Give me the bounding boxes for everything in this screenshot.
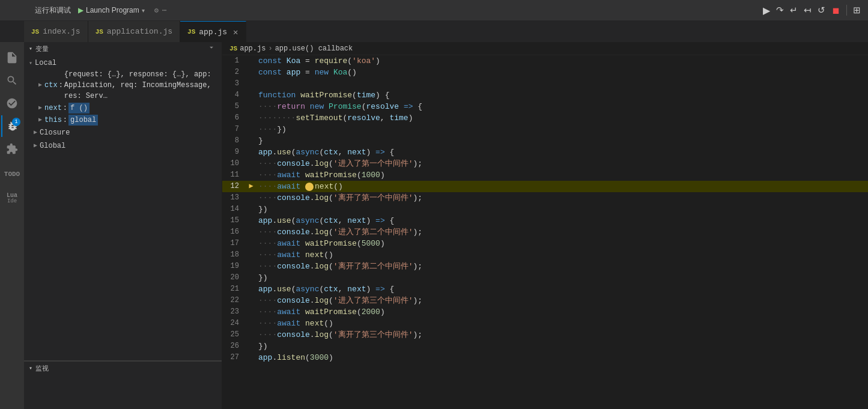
line-content: ····await next() bbox=[256, 249, 868, 261]
line-content: ····console.log('离开了第一个中间件'); bbox=[256, 192, 868, 204]
expand-icon: ▶ bbox=[38, 103, 42, 114]
restart-button[interactable]: ↺ bbox=[815, 4, 828, 17]
line-number: 13 bbox=[222, 192, 246, 204]
activity-debug-icon[interactable]: 1 bbox=[1, 115, 23, 137]
close-tab-icon[interactable]: ✕ bbox=[233, 27, 238, 37]
watch-header[interactable]: ▾ 监视 bbox=[24, 362, 222, 375]
code-line: 15 app.use(async(ctx, next) => { bbox=[222, 215, 868, 226]
var-name: ctx bbox=[44, 80, 58, 91]
watch-section: ▾ 监视 bbox=[24, 361, 222, 409]
local-group-header[interactable]: ▾ Local bbox=[24, 58, 222, 68]
line-number: 5 bbox=[222, 101, 246, 112]
code-line: 17 ····await waitPromise(5000) bbox=[222, 238, 868, 249]
code-line: 10 ····console.log('进入了第一个中间件'); bbox=[222, 158, 868, 169]
layout-icon[interactable]: ⊞ bbox=[851, 4, 863, 17]
code-line-active: 12 ▶ ····await next() bbox=[222, 181, 868, 192]
expand-icon: ▶ bbox=[34, 127, 37, 138]
activity-todo-icon[interactable]: TODO bbox=[1, 163, 23, 185]
activity-extensions-icon[interactable] bbox=[1, 138, 23, 160]
line-content: ····await waitPromise(2000) bbox=[256, 306, 868, 318]
line-content: ····}) bbox=[256, 124, 868, 135]
code-line: 27 app.listen(3000) bbox=[222, 352, 868, 363]
line-number: 26 bbox=[222, 341, 246, 352]
debug-panel: ▾ 变量 ▾ Local bbox=[24, 42, 222, 409]
breadcrumb: JS app.js › app.use() callback bbox=[222, 42, 868, 55]
activity-lua-icon[interactable]: Lua Ide bbox=[1, 187, 23, 209]
code-line: 4 function waitPromise(time) { bbox=[222, 89, 868, 101]
tab-bar: JS index.js JS application.js JS app.js … bbox=[0, 21, 868, 42]
code-line: 14 }) bbox=[222, 204, 868, 215]
line-content: }) bbox=[256, 272, 868, 283]
line-number: 18 bbox=[222, 249, 246, 261]
code-line: 2 const app = new Koa() bbox=[222, 67, 868, 78]
line-content: app.listen(3000) bbox=[256, 352, 868, 363]
line-content: }) bbox=[256, 341, 868, 352]
code-line: 18 ····await next() bbox=[222, 249, 868, 261]
more-icon[interactable]: ⋯ bbox=[162, 6, 166, 15]
code-line: 3 bbox=[222, 78, 868, 89]
line-number: 3 bbox=[222, 78, 246, 89]
var-value-highlight: global bbox=[68, 115, 98, 126]
tab-application-js[interactable]: JS application.js bbox=[88, 21, 180, 42]
tab-app-js[interactable]: JS app.js ✕ bbox=[180, 21, 246, 42]
continue-button[interactable]: ▶ bbox=[760, 4, 772, 17]
local-label: Local bbox=[35, 59, 56, 67]
js-icon: JS bbox=[229, 45, 237, 52]
variables-section-header[interactable]: ▾ 变量 bbox=[24, 42, 222, 55]
global-label: Global bbox=[40, 141, 65, 151]
code-line: 16 ····console.log('进入了第二个中间件'); bbox=[222, 226, 868, 238]
var-ctx-item[interactable]: ▶ ctx : {request: {…}, response: {…}, ap… bbox=[24, 68, 222, 102]
line-content: app.use(async(ctx, next) => { bbox=[256, 283, 868, 295]
expand-icon: ▶ bbox=[38, 80, 42, 91]
step-out-button[interactable]: ↤ bbox=[801, 4, 814, 17]
chevron-down-icon: ▾ bbox=[29, 45, 33, 52]
line-content: ····return new Promise(resolve => { bbox=[256, 101, 868, 112]
editor-area: JS app.js › app.use() callback 1 const K… bbox=[222, 42, 868, 409]
stop-button[interactable]: ⏹ bbox=[829, 4, 843, 17]
code-line: 9 app.use(async(ctx, next) => { bbox=[222, 147, 868, 158]
tab-index-js[interactable]: JS index.js bbox=[24, 21, 88, 42]
var-next-item[interactable]: ▶ next : f () bbox=[24, 102, 222, 114]
var-name: this bbox=[44, 115, 62, 126]
global-group-header[interactable]: ▶ Global bbox=[24, 139, 222, 153]
code-line: 19 ····console.log('离开了第二个中间件'); bbox=[222, 261, 868, 272]
code-editor[interactable]: 1 const Koa = require('koa') 2 const app… bbox=[222, 55, 868, 409]
line-content: ····console.log('离开了第三个中间件'); bbox=[256, 329, 868, 341]
line-number: 15 bbox=[222, 215, 246, 226]
js-icon: JS bbox=[31, 28, 39, 35]
line-number: 19 bbox=[222, 261, 246, 272]
code-line: 13 ····console.log('离开了第一个中间件'); bbox=[222, 192, 868, 204]
closure-group-header[interactable]: ▶ Closure bbox=[24, 126, 222, 139]
activity-files-icon[interactable] bbox=[1, 47, 23, 68]
tab-label: index.js bbox=[43, 27, 80, 36]
line-number: 27 bbox=[222, 352, 246, 363]
line-number: 10 bbox=[222, 158, 246, 169]
var-colon: : bbox=[63, 103, 67, 114]
line-content: ····await waitPromise(1000) bbox=[256, 169, 868, 181]
code-line: 26 }) bbox=[222, 341, 868, 352]
activity-search-icon[interactable] bbox=[1, 70, 23, 91]
gear-icon[interactable]: ⚙ bbox=[154, 6, 159, 15]
var-this-item[interactable]: ▶ this : global bbox=[24, 114, 222, 126]
line-content: ····console.log('进入了第二个中间件'); bbox=[256, 226, 868, 238]
code-line: 1 const Koa = require('koa') bbox=[222, 55, 868, 67]
expand-all-icon[interactable] bbox=[206, 42, 217, 55]
line-content: ····await next() bbox=[256, 318, 868, 329]
line-content: ········setTimeout(resolve, time) bbox=[256, 112, 868, 124]
breadcrumb-separator: › bbox=[268, 44, 272, 53]
activity-git-icon[interactable] bbox=[1, 92, 23, 114]
line-content: app.use(async(ctx, next) => { bbox=[256, 147, 868, 158]
launch-program-button[interactable]: ▶ Launch Program ▾ bbox=[74, 5, 148, 16]
line-number: 23 bbox=[222, 306, 246, 318]
var-value: {request: {…}, response: {…}, app: Appli… bbox=[64, 69, 217, 101]
step-over-button[interactable]: ↷ bbox=[774, 4, 786, 17]
step-into-button[interactable]: ↵ bbox=[788, 4, 800, 17]
chevron-down-icon: ▾ bbox=[29, 59, 32, 67]
js-icon: JS bbox=[96, 28, 103, 35]
line-content: }) bbox=[256, 204, 868, 215]
code-line: 21 app.use(async(ctx, next) => { bbox=[222, 283, 868, 295]
var-name: next bbox=[44, 103, 62, 114]
breadcrumb-file: app.js bbox=[240, 44, 266, 53]
chevron-down-icon: ▾ bbox=[29, 365, 33, 372]
line-number: 16 bbox=[222, 226, 246, 238]
